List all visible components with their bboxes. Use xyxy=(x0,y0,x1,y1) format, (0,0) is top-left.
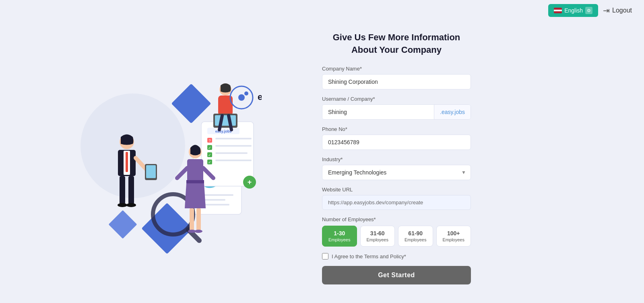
company-name-label: Company Name* xyxy=(322,66,471,72)
language-button[interactable]: English ⚙ xyxy=(548,4,598,17)
right-panel: Give Us Few More Information About Your … xyxy=(314,23,495,293)
svg-rect-18 xyxy=(215,145,252,147)
logout-wrapper: ⇥ Logout xyxy=(603,6,632,15)
illustration-svg: easy.jobs ? ✓ ✓ ✓ xyxy=(52,57,262,259)
flag-icon xyxy=(554,8,562,13)
language-label: English xyxy=(564,7,583,14)
svg-rect-39 xyxy=(120,176,125,204)
svg-text:?: ? xyxy=(208,139,211,143)
terms-row: I Agree to the Terms and Policy* xyxy=(322,253,471,259)
svg-rect-50 xyxy=(196,208,201,230)
settings-icon: ⚙ xyxy=(585,7,592,14)
employees-section: Number of Employees* 1-30 Employees 31-6… xyxy=(322,216,471,247)
svg-text:✓: ✓ xyxy=(208,160,211,164)
main-content: easy.jobs ? ✓ ✓ ✓ xyxy=(0,21,644,295)
username-suffix: .easy.jobs xyxy=(434,105,471,119)
logout-button[interactable]: Logout xyxy=(612,7,632,14)
website-label: Website URL xyxy=(322,187,471,193)
get-started-button[interactable]: Get Started xyxy=(322,266,471,284)
form-title: Give Us Few More Information About Your … xyxy=(322,31,471,56)
username-label: Username / Company* xyxy=(322,96,471,102)
industry-select-wrapper: Emerging Technologies Information Techno… xyxy=(322,165,471,180)
logout-icon[interactable]: ⇥ xyxy=(603,6,610,15)
employees-100-plus[interactable]: 100+ Employees xyxy=(436,226,471,247)
svg-rect-40 xyxy=(128,176,134,204)
svg-point-41 xyxy=(118,203,127,207)
svg-text:easy.jobs: easy.jobs xyxy=(258,92,262,102)
svg-text:+: + xyxy=(248,178,252,186)
svg-text:✓: ✓ xyxy=(208,146,211,150)
username-input[interactable] xyxy=(322,105,434,119)
illustration: easy.jobs ? ✓ ✓ ✓ xyxy=(52,57,262,259)
svg-rect-32 xyxy=(215,115,236,126)
username-wrapper: .easy.jobs xyxy=(322,104,471,120)
username-group: Username / Company* .easy.jobs xyxy=(322,96,471,120)
svg-rect-24 xyxy=(215,160,252,161)
svg-rect-21 xyxy=(215,152,248,154)
svg-rect-3 xyxy=(109,210,137,239)
employees-label: Number of Employees* xyxy=(322,216,471,222)
website-group: Website URL xyxy=(322,187,471,210)
employees-61-90[interactable]: 61-90 Employees xyxy=(398,226,433,247)
employees-31-60[interactable]: 31-60 Employees xyxy=(360,226,395,247)
svg-text:easy.jobs: easy.jobs xyxy=(215,129,231,133)
topbar: English ⚙ ⇥ Logout xyxy=(0,0,644,21)
svg-point-57 xyxy=(244,91,248,95)
svg-rect-48 xyxy=(186,180,204,183)
svg-point-42 xyxy=(126,203,136,207)
svg-point-56 xyxy=(238,94,245,101)
phone-label: Phone No* xyxy=(322,126,471,132)
employees-grid: 1-30 Employees 31-60 Employees 61-90 Emp… xyxy=(322,226,471,247)
svg-rect-49 xyxy=(190,208,194,230)
svg-rect-38 xyxy=(126,152,128,172)
company-name-group: Company Name* xyxy=(322,66,471,89)
svg-rect-15 xyxy=(215,138,252,139)
industry-label: Industry* xyxy=(322,156,471,162)
website-input[interactable] xyxy=(322,195,471,210)
phone-group: Phone No* xyxy=(322,126,471,150)
company-name-input[interactable] xyxy=(322,74,471,89)
svg-rect-1 xyxy=(171,84,211,124)
phone-input[interactable] xyxy=(322,135,471,150)
employees-1-30[interactable]: 1-30 Employees xyxy=(322,226,357,247)
terms-checkbox[interactable] xyxy=(322,253,328,259)
svg-text:✓: ✓ xyxy=(208,153,211,157)
left-panel: easy.jobs ? ✓ ✓ ✓ xyxy=(0,49,314,267)
industry-group: Industry* Emerging Technologies Informat… xyxy=(322,156,471,180)
svg-rect-7 xyxy=(201,194,233,196)
terms-text: I Agree to the Terms and Policy* xyxy=(332,253,406,259)
svg-point-52 xyxy=(194,230,202,233)
industry-select[interactable]: Emerging Technologies Information Techno… xyxy=(322,165,471,180)
svg-rect-45 xyxy=(146,165,156,178)
